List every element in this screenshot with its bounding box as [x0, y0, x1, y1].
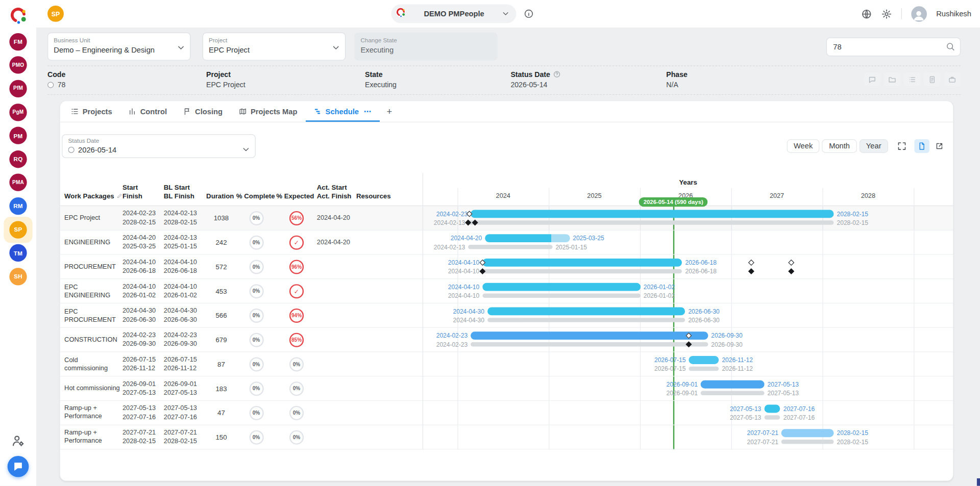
zoom-year-button[interactable]: Year	[859, 139, 888, 153]
info-field-label: Phase	[666, 70, 687, 78]
tab-projects[interactable]: Projects	[62, 101, 120, 121]
status-date-value: 2026-05-14	[78, 145, 116, 154]
work-package-row[interactable]: EPC PROCUREMENT2024-04-302026-06-302024-…	[60, 303, 423, 328]
work-package-row[interactable]: EPC ENGINEERING2024-04-102026-01-022024-…	[60, 279, 423, 303]
add-tab-button[interactable]: +	[380, 101, 399, 121]
work-package-row[interactable]: Ramp-up + Performance test…2027-05-13202…	[60, 401, 423, 425]
work-package-name: Ramp-up + Performance test…	[64, 428, 122, 446]
baseline-finish-label: 2026-06-30	[688, 316, 719, 324]
work-package-row[interactable]: PROCUREMENT2024-04-102026-06-182024-04-1…	[60, 255, 423, 279]
report-button[interactable]	[924, 72, 941, 86]
tab-label: Projects	[83, 107, 112, 116]
milestone-diamond[interactable]	[748, 268, 754, 274]
work-package-row[interactable]: Hot commissioning2026-09-012027-05-13202…	[60, 376, 423, 401]
person-icon	[912, 8, 926, 21]
gear-icon[interactable]	[881, 9, 892, 19]
current-role-badge[interactable]: SP	[47, 6, 64, 22]
briefcase-icon	[948, 75, 957, 84]
zoom-month-button[interactable]: Month	[822, 139, 857, 153]
column-header-act: Act. StartAct. Finish	[317, 183, 356, 206]
search-icon[interactable]	[946, 42, 955, 51]
project-value: EPC Project	[209, 45, 329, 54]
tab-schedule[interactable]: Schedule⋯	[305, 101, 380, 121]
business-unit-select[interactable]: Business Unit Demo – Engineering & Desig…	[47, 33, 190, 61]
bl-start-finish-cell: 2024-02-132025-01-15	[164, 234, 206, 251]
open-external-button[interactable]	[932, 139, 947, 153]
gantt-bar[interactable]	[487, 307, 685, 315]
project-select[interactable]: Project EPC Project	[203, 33, 346, 61]
gantt-chart: Years 20242025202620272028 2024-02-23202…	[423, 173, 953, 449]
milestone-diamond[interactable]	[788, 260, 794, 266]
gantt-bar[interactable]	[471, 210, 834, 218]
role-sidebar: FMPMOPfMPgMPMRQPMARMSPTMSH	[0, 0, 36, 486]
report-icon	[928, 75, 936, 84]
gantt-bar[interactable]	[701, 380, 764, 389]
baseline-finish-label: 2026-06-18	[685, 268, 717, 275]
gantt-bar[interactable]	[764, 404, 780, 413]
sidebar-role-sp[interactable]: SP	[4, 216, 32, 242]
edit-columns-icon[interactable]	[117, 193, 122, 199]
percent-complete-ring: 0%	[249, 260, 263, 274]
sidebar-role-pm[interactable]: PM	[4, 124, 32, 147]
globe-icon[interactable]	[861, 9, 872, 19]
milestone-diamond[interactable]	[748, 260, 754, 266]
sidebar-role-pma[interactable]: PMA	[4, 171, 32, 194]
user-name[interactable]: Rushikesh	[936, 9, 971, 18]
chat-fab-button[interactable]	[8, 456, 29, 477]
role-badge-label: PgM	[9, 104, 27, 121]
work-package-row[interactable]: ENGINEERING2024-04-202025-03-252024-02-1…	[60, 231, 423, 255]
sidebar-role-fm[interactable]: FM	[4, 30, 32, 54]
gantt-table-body: EPC Project2024-02-232028-02-152024-02-1…	[60, 206, 423, 450]
fullscreen-icon[interactable]	[897, 141, 907, 151]
folder-button[interactable]	[884, 72, 900, 86]
sidebar-role-pmo[interactable]: PMO	[4, 54, 32, 77]
duration-cell: 453	[206, 287, 236, 295]
role-badge-label: RQ	[9, 150, 27, 168]
work-package-row[interactable]: Ramp-up + Performance test…2027-07-21202…	[60, 425, 423, 450]
filter-bar: Business Unit Demo – Engineering & Desig…	[47, 33, 961, 61]
list-button[interactable]	[904, 72, 921, 86]
tab-closing[interactable]: Closing	[175, 101, 231, 121]
tab-label: Projects Map	[251, 107, 297, 116]
role-badges: FMPMOPfMPgMPMRQPMARMSPTMSH	[4, 30, 32, 288]
sidebar-role-rq[interactable]: RQ	[4, 147, 32, 171]
scrollbar-thumb[interactable]	[977, 478, 980, 486]
gantt-bar[interactable]	[689, 356, 719, 364]
sidebar-role-sh[interactable]: SH	[4, 265, 32, 288]
info-icon[interactable]	[524, 9, 534, 19]
profile-settings-icon[interactable]	[11, 434, 25, 448]
tab-projects-map[interactable]: Projects Map	[231, 101, 306, 121]
zoom-week-button[interactable]: Week	[787, 139, 820, 153]
document-view-button[interactable]	[914, 139, 929, 153]
sidebar-role-pgm[interactable]: PgM	[4, 100, 32, 124]
tab-more-icon[interactable]: ⋯	[364, 107, 372, 116]
sidebar-role-rm[interactable]: RM	[4, 194, 32, 218]
gantt-bar[interactable]	[482, 259, 682, 267]
chat-button[interactable]	[864, 72, 880, 86]
work-package-row[interactable]: Cold commissioning2026-07-152026-11-1220…	[60, 352, 423, 377]
gantt-bar[interactable]	[471, 331, 708, 340]
column-header-duration: Duration	[206, 192, 236, 206]
percent-complete-ring: 0%	[249, 332, 263, 347]
gantt-row: 2024-02-232028-02-152024-02-132028-02-15	[423, 206, 953, 231]
work-package-row[interactable]: CONSTRUCTION2024-02-232026-09-302024-02-…	[60, 328, 423, 352]
tab-control[interactable]: Control	[120, 101, 175, 121]
gantt-bar[interactable]	[781, 429, 834, 437]
tab-control-icon	[128, 108, 136, 116]
briefcase-button[interactable]	[944, 72, 961, 86]
status-date-select[interactable]: Status Date 2026-05-14	[62, 134, 256, 158]
sidebar-role-pfm[interactable]: PfM	[4, 77, 32, 100]
workspace-selector[interactable]: DEMO PMPeople	[391, 5, 517, 23]
avatar[interactable]	[911, 6, 927, 22]
search-input[interactable]	[833, 42, 945, 51]
sidebar-role-tm[interactable]: TM	[4, 241, 32, 265]
baseline-finish-label: 2027-05-13	[768, 389, 799, 397]
bar-start-label: 2024-04-30	[453, 307, 484, 315]
bar-finish-label: 2026-11-12	[722, 356, 752, 364]
baseline-start-label: 2024-02-13	[434, 219, 465, 226]
bl-start-finish-cell: 2024-02-132028-02-15	[164, 209, 206, 226]
gantt-bar[interactable]	[485, 234, 570, 242]
gantt-bar[interactable]	[482, 283, 640, 291]
work-package-row[interactable]: EPC Project2024-02-232028-02-152024-02-1…	[60, 206, 423, 231]
milestone-diamond[interactable]	[788, 268, 794, 274]
